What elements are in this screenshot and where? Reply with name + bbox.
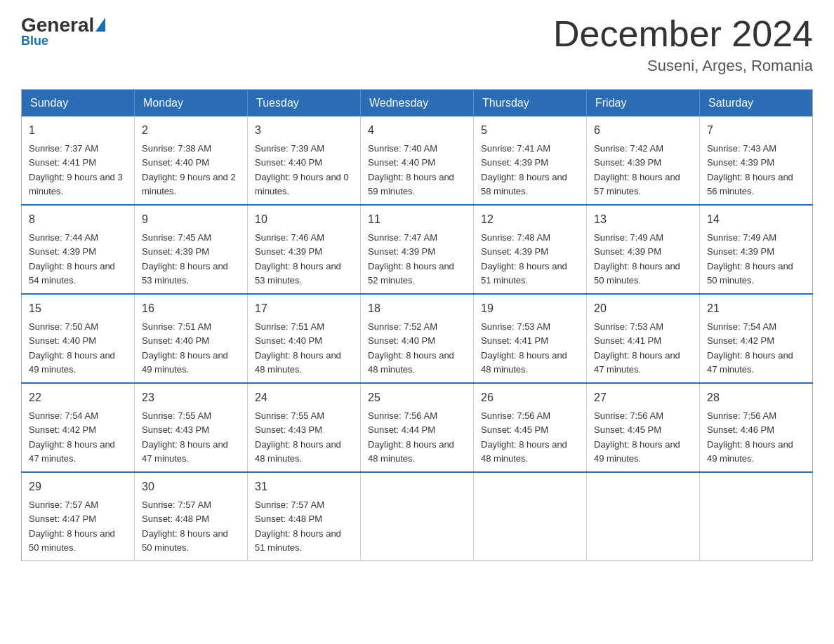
day-info: Sunrise: 7:56 AMSunset: 4:45 PMDaylight:… [594,410,680,464]
day-info: Sunrise: 7:50 AMSunset: 4:40 PMDaylight:… [29,321,115,375]
calendar-cell: 22Sunrise: 7:54 AMSunset: 4:42 PMDayligh… [22,383,135,472]
calendar-cell: 27Sunrise: 7:56 AMSunset: 4:45 PMDayligh… [587,383,700,472]
day-info: Sunrise: 7:54 AMSunset: 4:42 PMDaylight:… [707,321,793,375]
weekday-header-saturday: Saturday [700,90,813,117]
day-number: 8 [29,211,127,228]
weekday-header-sunday: Sunday [22,90,135,117]
day-info: Sunrise: 7:49 AMSunset: 4:39 PMDaylight:… [594,232,680,286]
day-info: Sunrise: 7:54 AMSunset: 4:42 PMDaylight:… [29,410,115,464]
calendar-cell: 18Sunrise: 7:52 AMSunset: 4:40 PMDayligh… [361,294,474,383]
calendar-cell: 2Sunrise: 7:38 AMSunset: 4:40 PMDaylight… [135,116,248,205]
calendar-cell: 19Sunrise: 7:53 AMSunset: 4:41 PMDayligh… [474,294,587,383]
day-number: 2 [142,122,240,139]
calendar-cell: 26Sunrise: 7:56 AMSunset: 4:45 PMDayligh… [474,383,587,472]
day-number: 22 [29,389,127,406]
calendar-cell: 11Sunrise: 7:47 AMSunset: 4:39 PMDayligh… [361,205,474,294]
logo-blue-part [94,18,105,33]
day-info: Sunrise: 7:44 AMSunset: 4:39 PMDaylight:… [29,232,115,286]
calendar-cell: 6Sunrise: 7:42 AMSunset: 4:39 PMDaylight… [587,116,700,205]
calendar-week-row: 22Sunrise: 7:54 AMSunset: 4:42 PMDayligh… [22,383,813,472]
day-number: 30 [142,478,240,495]
calendar-cell: 8Sunrise: 7:44 AMSunset: 4:39 PMDaylight… [22,205,135,294]
calendar-cell: 1Sunrise: 7:37 AMSunset: 4:41 PMDaylight… [22,116,135,205]
weekday-header-row: SundayMondayTuesdayWednesdayThursdayFrid… [22,90,813,117]
month-year-title: December 2024 [553,14,813,54]
weekday-header-wednesday: Wednesday [361,90,474,117]
day-info: Sunrise: 7:42 AMSunset: 4:39 PMDaylight:… [594,143,680,196]
day-info: Sunrise: 7:48 AMSunset: 4:39 PMDaylight:… [481,232,567,286]
calendar-cell: 21Sunrise: 7:54 AMSunset: 4:42 PMDayligh… [700,294,813,383]
calendar-cell: 13Sunrise: 7:49 AMSunset: 4:39 PMDayligh… [587,205,700,294]
calendar-cell: 23Sunrise: 7:55 AMSunset: 4:43 PMDayligh… [135,383,248,472]
weekday-header-tuesday: Tuesday [248,90,361,117]
weekday-header-friday: Friday [587,90,700,117]
day-number: 14 [707,211,805,228]
calendar-table: SundayMondayTuesdayWednesdayThursdayFrid… [21,89,813,561]
day-info: Sunrise: 7:49 AMSunset: 4:39 PMDaylight:… [707,232,793,286]
day-number: 3 [255,122,353,139]
calendar-cell [587,472,700,561]
calendar-cell: 10Sunrise: 7:46 AMSunset: 4:39 PMDayligh… [248,205,361,294]
logo-blue-text: Blue [21,34,48,48]
calendar-cell: 20Sunrise: 7:53 AMSunset: 4:41 PMDayligh… [587,294,700,383]
day-info: Sunrise: 7:56 AMSunset: 4:44 PMDaylight:… [368,410,454,464]
calendar-cell: 24Sunrise: 7:55 AMSunset: 4:43 PMDayligh… [248,383,361,472]
location-subtitle: Suseni, Arges, Romania [553,57,813,75]
calendar-week-row: 29Sunrise: 7:57 AMSunset: 4:47 PMDayligh… [22,472,813,561]
day-info: Sunrise: 7:53 AMSunset: 4:41 PMDaylight:… [481,321,567,375]
calendar-cell: 17Sunrise: 7:51 AMSunset: 4:40 PMDayligh… [248,294,361,383]
weekday-header-thursday: Thursday [474,90,587,117]
weekday-header-monday: Monday [135,90,248,117]
day-info: Sunrise: 7:38 AMSunset: 4:40 PMDaylight:… [142,143,236,196]
day-number: 10 [255,211,353,228]
day-number: 5 [481,122,579,139]
day-number: 1 [29,122,127,139]
calendar-cell [474,472,587,561]
calendar-cell: 31Sunrise: 7:57 AMSunset: 4:48 PMDayligh… [248,472,361,561]
day-info: Sunrise: 7:47 AMSunset: 4:39 PMDaylight:… [368,232,454,286]
day-info: Sunrise: 7:53 AMSunset: 4:41 PMDaylight:… [594,321,680,375]
day-info: Sunrise: 7:56 AMSunset: 4:46 PMDaylight:… [707,410,793,464]
day-info: Sunrise: 7:41 AMSunset: 4:39 PMDaylight:… [481,143,567,196]
day-info: Sunrise: 7:43 AMSunset: 4:39 PMDaylight:… [707,143,793,196]
day-info: Sunrise: 7:40 AMSunset: 4:40 PMDaylight:… [368,143,454,196]
calendar-cell: 25Sunrise: 7:56 AMSunset: 4:44 PMDayligh… [361,383,474,472]
day-number: 12 [481,211,579,228]
calendar-cell: 7Sunrise: 7:43 AMSunset: 4:39 PMDaylight… [700,116,813,205]
day-number: 20 [594,300,692,317]
day-info: Sunrise: 7:45 AMSunset: 4:39 PMDaylight:… [142,232,228,286]
day-number: 21 [707,300,805,317]
day-info: Sunrise: 7:57 AMSunset: 4:48 PMDaylight:… [142,499,228,553]
day-info: Sunrise: 7:57 AMSunset: 4:48 PMDaylight:… [255,499,341,553]
day-info: Sunrise: 7:55 AMSunset: 4:43 PMDaylight:… [142,410,228,464]
day-info: Sunrise: 7:39 AMSunset: 4:40 PMDaylight:… [255,143,349,196]
calendar-cell: 4Sunrise: 7:40 AMSunset: 4:40 PMDaylight… [361,116,474,205]
day-number: 16 [142,300,240,317]
calendar-cell: 5Sunrise: 7:41 AMSunset: 4:39 PMDaylight… [474,116,587,205]
day-info: Sunrise: 7:51 AMSunset: 4:40 PMDaylight:… [142,321,228,375]
title-section: December 2024 Suseni, Arges, Romania [553,14,813,75]
day-number: 31 [255,478,353,495]
day-info: Sunrise: 7:56 AMSunset: 4:45 PMDaylight:… [481,410,567,464]
day-number: 28 [707,389,805,406]
day-info: Sunrise: 7:46 AMSunset: 4:39 PMDaylight:… [255,232,341,286]
calendar-cell: 9Sunrise: 7:45 AMSunset: 4:39 PMDaylight… [135,205,248,294]
calendar-week-row: 1Sunrise: 7:37 AMSunset: 4:41 PMDaylight… [22,116,813,205]
day-number: 9 [142,211,240,228]
calendar-cell: 30Sunrise: 7:57 AMSunset: 4:48 PMDayligh… [135,472,248,561]
day-number: 25 [368,389,466,406]
day-number: 4 [368,122,466,139]
calendar-week-row: 8Sunrise: 7:44 AMSunset: 4:39 PMDaylight… [22,205,813,294]
day-number: 24 [255,389,353,406]
day-number: 11 [368,211,466,228]
day-number: 6 [594,122,692,139]
calendar-cell: 14Sunrise: 7:49 AMSunset: 4:39 PMDayligh… [700,205,813,294]
calendar-cell [361,472,474,561]
calendar-cell: 12Sunrise: 7:48 AMSunset: 4:39 PMDayligh… [474,205,587,294]
day-info: Sunrise: 7:57 AMSunset: 4:47 PMDaylight:… [29,499,115,553]
calendar-cell: 16Sunrise: 7:51 AMSunset: 4:40 PMDayligh… [135,294,248,383]
day-number: 13 [594,211,692,228]
day-info: Sunrise: 7:52 AMSunset: 4:40 PMDaylight:… [368,321,454,375]
day-number: 26 [481,389,579,406]
day-number: 29 [29,478,127,495]
